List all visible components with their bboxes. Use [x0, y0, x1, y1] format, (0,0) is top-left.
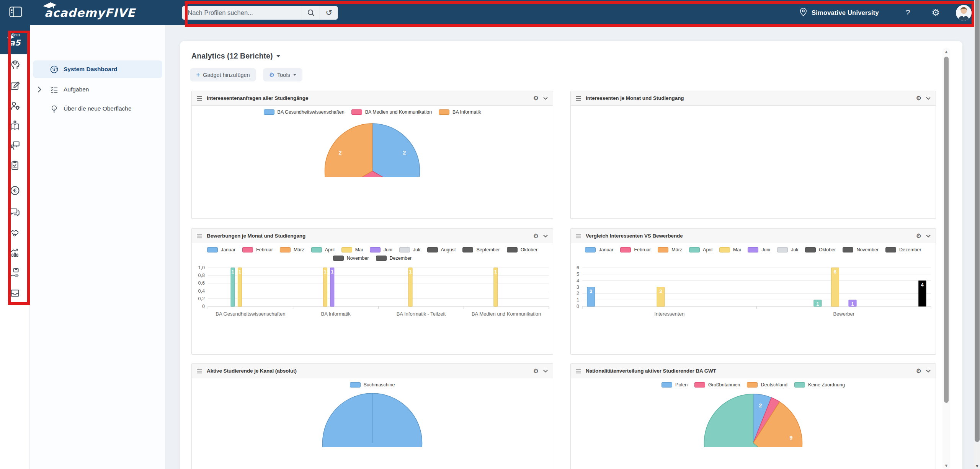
rail-item-hand-box[interactable]: [9, 267, 21, 280]
rail-item-mein-a5[interactable]: Mein a5: [0, 25, 30, 54]
chat-bubbles-icon: [9, 206, 21, 218]
svg-text:Bewerber: Bewerber: [833, 311, 854, 317]
legend-item[interactable]: Juni: [748, 247, 770, 252]
legend-item[interactable]: September: [462, 247, 500, 252]
legend-item[interactable]: Polen: [662, 382, 688, 388]
legend-item[interactable]: November: [333, 256, 369, 261]
gadget-collapse-icon[interactable]: [543, 370, 548, 373]
gadget-gear-icon[interactable]: ⚙: [533, 233, 539, 239]
legend-item[interactable]: Keine Zuordnung: [794, 382, 845, 388]
gadget-collapse-icon[interactable]: [543, 234, 548, 238]
legend-swatch: [439, 109, 449, 115]
legend-item[interactable]: Dezember: [885, 247, 921, 252]
settings-gear-icon[interactable]: ⚙: [931, 8, 940, 17]
drag-handle-icon[interactable]: [197, 96, 202, 101]
legend-item[interactable]: März: [280, 247, 304, 252]
training-presenter-icon: [9, 140, 21, 151]
scroll-up-icon[interactable]: ▲: [942, 49, 950, 54]
gadget-collapse-icon[interactable]: [926, 97, 931, 100]
navbar-right: Simovative University ? ⚙: [800, 5, 980, 21]
rail-item-head-profile-heart[interactable]: [9, 59, 21, 72]
drag-handle-icon[interactable]: [576, 369, 581, 373]
scrollbar-thumb[interactable]: [944, 57, 949, 403]
svg-text:3: 3: [577, 285, 579, 290]
legend-item[interactable]: Juli: [399, 247, 420, 252]
empty-gadget-body: [571, 106, 936, 218]
gadget-gear-icon[interactable]: ⚙: [916, 368, 921, 374]
rail-item-book-reader[interactable]: [9, 120, 21, 133]
legend-item[interactable]: Februar: [620, 247, 651, 252]
sidebar-item-system-dashboard[interactable]: System Dashboard: [33, 60, 162, 78]
legend-item[interactable]: Januar: [207, 247, 235, 252]
gadget-gear-icon[interactable]: ⚙: [916, 95, 921, 101]
gadget-gear-icon[interactable]: ⚙: [533, 368, 539, 374]
legend-item[interactable]: Großbritannien: [694, 382, 740, 388]
sidebar-item-über-die-neue-oberfläche[interactable]: Über die neue Oberfläche: [33, 100, 162, 117]
rail-item-user-settings[interactable]: [9, 100, 21, 113]
legend-item[interactable]: Oktober: [507, 247, 537, 252]
legend-item[interactable]: Suchmaschine: [350, 382, 395, 388]
page-scrollbar[interactable]: ▼: [974, 0, 980, 469]
drag-handle-icon[interactable]: [576, 234, 581, 238]
search-history-button[interactable]: ↺: [320, 6, 338, 20]
legend-item[interactable]: März: [658, 247, 682, 252]
help-button[interactable]: ?: [906, 8, 910, 17]
gadget-collapse-icon[interactable]: [926, 370, 931, 373]
rail-item-compose[interactable]: [9, 80, 21, 93]
svg-text:BA Informatik - Teilzeit: BA Informatik - Teilzeit: [397, 311, 446, 317]
page-title[interactable]: Analytics (12 Berichte): [191, 52, 273, 60]
expand-chevron-icon[interactable]: [38, 86, 44, 93]
legend-item[interactable]: BA Medien und Kommunikation: [351, 109, 432, 115]
add-gadget-button[interactable]: + Gadget hinzufügen: [190, 68, 256, 81]
legend-item[interactable]: August: [427, 247, 456, 252]
sidebar-toggle-icon[interactable]: [9, 7, 22, 19]
legend-swatch: [662, 382, 672, 388]
scroll-down-icon[interactable]: ▼: [942, 463, 950, 468]
gadget-collapse-icon[interactable]: [543, 97, 548, 100]
gadget-gear-icon[interactable]: ⚙: [916, 233, 921, 239]
legend-item[interactable]: November: [843, 247, 879, 252]
user-avatar[interactable]: [956, 5, 972, 21]
svg-text:1: 1: [577, 297, 579, 303]
rail-item-handshake[interactable]: [9, 227, 21, 240]
page-scroll-down-icon[interactable]: ▼: [974, 464, 980, 468]
gadget-title: Nationalitätenverteilung aktiver Studier…: [586, 368, 716, 374]
drag-handle-icon[interactable]: [197, 369, 202, 373]
legend-item[interactable]: Oktober: [805, 247, 836, 252]
legend-swatch: [462, 247, 473, 252]
rail-item-clipboard-check[interactable]: [9, 160, 21, 173]
rail-item-chat-bubbles[interactable]: [9, 206, 21, 219]
page-scrollbar-thumb[interactable]: [975, 0, 980, 442]
legend-item[interactable]: Deutschland: [747, 382, 787, 388]
legend-item[interactable]: April: [689, 247, 712, 252]
rail-item-inbox[interactable]: [9, 287, 21, 300]
legend-item[interactable]: Juni: [370, 247, 392, 252]
lightbulb-icon: [50, 104, 59, 113]
sidebar-item-aufgaben[interactable]: Aufgaben: [33, 81, 162, 98]
legend-item[interactable]: Dezember: [376, 256, 412, 261]
svg-text:1,0: 1,0: [198, 265, 205, 270]
legend-item[interactable]: BA Gesundheitswissenschaften: [264, 109, 345, 115]
legend-item[interactable]: Februar: [242, 247, 273, 252]
legend-item[interactable]: April: [311, 247, 335, 252]
rail-item-training-presenter[interactable]: [9, 140, 21, 153]
legend-item[interactable]: Mai: [341, 247, 363, 252]
search-input[interactable]: [182, 6, 302, 20]
search-button[interactable]: [302, 6, 320, 20]
gadget-collapse-icon[interactable]: [926, 234, 931, 238]
card-scrollbar[interactable]: ▲ ▼: [942, 48, 950, 469]
rail-item-statistics[interactable]: [9, 247, 21, 260]
drag-handle-icon[interactable]: [197, 234, 202, 238]
rail-item-euro[interactable]: €: [9, 185, 21, 198]
tools-button[interactable]: ⚙ Tools: [263, 68, 302, 81]
academyfive-logo[interactable]: academyFIVE: [44, 6, 135, 20]
legend-item[interactable]: BA Informatik: [439, 109, 481, 115]
svg-text:3: 3: [660, 289, 662, 294]
legend-item[interactable]: Mai: [719, 247, 741, 252]
gadget-interessentenanfragen: Interessentenanfragen aller Studiengänge…: [191, 91, 553, 219]
legend-item[interactable]: Januar: [585, 247, 613, 252]
history-icon: ↺: [325, 8, 332, 16]
legend-item[interactable]: Juli: [777, 247, 798, 252]
drag-handle-icon[interactable]: [576, 96, 581, 101]
gadget-gear-icon[interactable]: ⚙: [533, 95, 539, 101]
